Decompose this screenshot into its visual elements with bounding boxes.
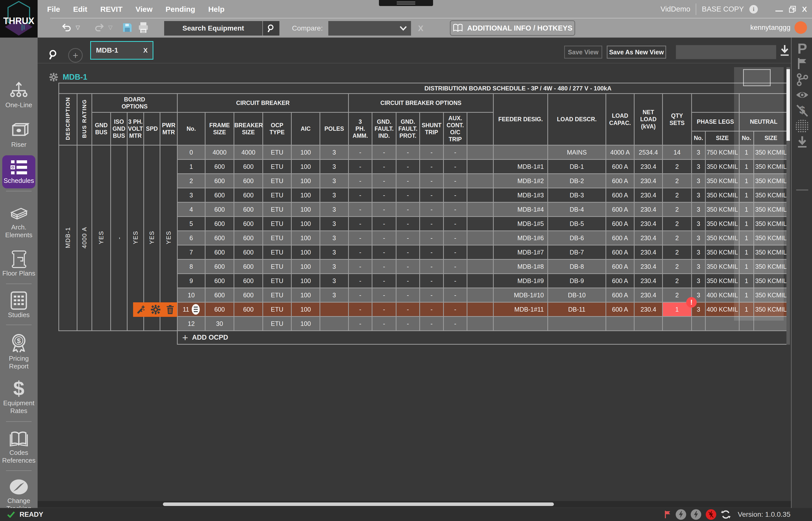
gnd-fault-prot-cell[interactable]: - <box>396 274 420 288</box>
aic-cell[interactable]: 100 <box>291 202 320 217</box>
ocp-type-cell[interactable]: ETU <box>263 188 291 202</box>
frame-size-cell[interactable]: 600 <box>205 231 234 245</box>
status-flag-icon[interactable] <box>664 510 671 519</box>
3ph-amm-cell[interactable]: - <box>349 288 372 302</box>
menu-file[interactable]: File <box>47 5 60 14</box>
sidebar-item-riser[interactable]: Riser <box>0 122 38 149</box>
actions-cell[interactable] <box>467 302 493 317</box>
dotted-globe-panel-icon[interactable] <box>792 119 812 133</box>
aux-cont-cell[interactable]: - <box>444 174 467 188</box>
shunt-trip-cell[interactable]: - <box>420 202 444 217</box>
gnd-fault-ind-cell[interactable]: - <box>372 259 396 274</box>
qty-sets-cell[interactable]: 2 <box>663 188 692 202</box>
qty-sets-cell[interactable]: 2 <box>663 174 692 188</box>
load-capac-cell[interactable]: 600 A <box>606 245 634 259</box>
shunt-trip-cell[interactable]: - <box>420 145 444 160</box>
no-cell[interactable]: 4 <box>177 202 205 217</box>
shunt-trip-cell[interactable]: - <box>420 259 444 274</box>
phase-no-cell[interactable]: 3 <box>692 217 705 231</box>
row-menu-icon[interactable] <box>192 304 200 315</box>
additional-info-button[interactable]: ADDITIONAL INFO / HOTKEYS <box>450 20 575 36</box>
phase-no-cell[interactable]: 3 <box>692 188 705 202</box>
3ph-amm-cell[interactable]: - <box>349 217 372 231</box>
actions-cell[interactable] <box>467 259 493 274</box>
poles-cell[interactable]: 3 <box>320 288 349 302</box>
net-load-cell[interactable]: 230.4 <box>634 160 663 174</box>
gnd-fault-ind-cell[interactable]: - <box>372 174 396 188</box>
sidebar-item-arch-elements[interactable]: Arch. Elements <box>0 201 38 239</box>
qty-sets-cell[interactable]: 2 <box>663 202 692 217</box>
qty-error-badge[interactable]: ! <box>686 297 697 308</box>
frame-size-cell[interactable]: 600 <box>205 217 234 231</box>
avatar[interactable] <box>794 21 807 34</box>
feeder-desig-cell[interactable]: MDB-1#6 <box>493 231 548 245</box>
info-icon[interactable]: i <box>749 5 758 14</box>
3ph-amm-cell[interactable]: - <box>349 274 372 288</box>
gnd-fault-prot-cell[interactable]: - <box>396 302 420 317</box>
schedule-row-0[interactable]: MDB-14000 AYES-YESYESYES040004000ETU1003… <box>59 145 788 160</box>
breaker-size-cell[interactable]: 600 <box>234 174 263 188</box>
load-descr-cell[interactable]: DB-6 <box>548 231 606 245</box>
menu-revit[interactable]: REVIT <box>100 5 122 14</box>
branch-panel-icon[interactable] <box>792 73 812 86</box>
aux-cont-cell[interactable]: - <box>444 188 467 202</box>
net-load-cell[interactable]: 230.4 <box>634 245 663 259</box>
breaker-size-cell[interactable]: 600 <box>234 188 263 202</box>
sidebar-item-floor-plans[interactable]: Floor Plans <box>0 248 38 277</box>
horizontal-scrollbar-thumb[interactable] <box>163 502 554 506</box>
3ph-amm-cell[interactable]: - <box>349 231 372 245</box>
load-descr-cell[interactable]: DB-7 <box>548 245 606 259</box>
magic-wand-icon[interactable] <box>136 304 146 315</box>
compare-dropdown[interactable] <box>328 21 411 36</box>
feeder-desig-cell[interactable]: MDB-1#1 <box>493 160 548 174</box>
menu-pending[interactable]: Pending <box>166 5 195 14</box>
no-pricing-panel-icon[interactable]: $ <box>792 103 812 118</box>
feeder-desig-cell[interactable]: MDB-1#10 <box>493 288 548 302</box>
row-settings-gear-icon[interactable] <box>151 304 161 315</box>
no-cell[interactable]: 0 <box>177 145 205 160</box>
breaker-size-cell[interactable]: 600 <box>234 274 263 288</box>
3ph-amm-cell[interactable]: - <box>349 145 372 160</box>
frame-size-cell[interactable]: 4000 <box>205 145 234 160</box>
aic-cell[interactable]: 100 <box>291 188 320 202</box>
3ph-amm-cell[interactable]: - <box>349 317 372 331</box>
no-cell[interactable]: 12 <box>177 317 205 331</box>
breaker-size-cell[interactable]: 600 <box>234 231 263 245</box>
actions-cell[interactable] <box>467 145 493 160</box>
power-error-icon[interactable] <box>706 509 716 520</box>
feeder-desig-cell[interactable]: MDB-1#5 <box>493 217 548 231</box>
frame-size-cell[interactable]: 600 <box>205 259 234 274</box>
phase-no-cell[interactable]: 3 <box>692 202 705 217</box>
shunt-trip-cell[interactable]: - <box>420 288 444 302</box>
flag-panel-icon[interactable] <box>792 58 812 70</box>
no-cell[interactable]: 10 <box>177 288 205 302</box>
schedule-search-icon[interactable] <box>48 49 59 60</box>
gnd-fault-prot-cell[interactable]: - <box>396 288 420 302</box>
aux-cont-cell[interactable]: - <box>444 202 467 217</box>
horizontal-scrollbar[interactable] <box>38 501 791 507</box>
phase-no-cell[interactable]: 3 <box>692 231 705 245</box>
save-view-button[interactable]: Save View <box>564 46 602 59</box>
gnd-fault-ind-cell[interactable]: - <box>372 317 396 331</box>
breaker-size-cell[interactable]: 600 <box>234 245 263 259</box>
aux-cont-cell[interactable]: - <box>444 145 467 160</box>
board-settings-gear-icon[interactable] <box>49 73 58 82</box>
aic-cell[interactable]: 100 <box>291 217 320 231</box>
poles-cell[interactable]: 3 <box>320 160 349 174</box>
phase-no-cell[interactable]: 3 <box>692 274 705 288</box>
aic-cell[interactable]: 100 <box>291 245 320 259</box>
shunt-trip-cell[interactable]: - <box>420 274 444 288</box>
net-load-cell[interactable]: 2534.4 <box>634 145 663 160</box>
save-icon[interactable] <box>122 22 133 33</box>
3ph-amm-cell[interactable]: - <box>349 174 372 188</box>
gnd-fault-prot-cell[interactable]: - <box>396 145 420 160</box>
phase-no-cell[interactable]: 3 <box>692 174 705 188</box>
gnd-fault-prot-cell[interactable]: - <box>396 231 420 245</box>
ocp-type-cell[interactable]: ETU <box>263 274 291 288</box>
no-cell[interactable]: 8 <box>177 259 205 274</box>
feeder-desig-cell[interactable]: MDB-1#8 <box>493 259 548 274</box>
poles-cell[interactable]: 3 <box>320 259 349 274</box>
load-descr-cell[interactable]: DB-4 <box>548 202 606 217</box>
poles-cell[interactable]: 3 <box>320 188 349 202</box>
feeder-desig-cell[interactable] <box>493 317 548 331</box>
